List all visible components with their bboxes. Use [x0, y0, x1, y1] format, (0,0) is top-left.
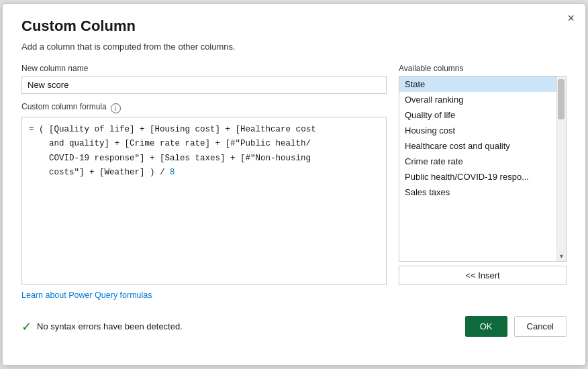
column-name-input[interactable]	[21, 76, 387, 94]
list-item[interactable]: Sales taxes	[399, 184, 566, 200]
left-panel: New column name Custom column formula i …	[21, 64, 387, 285]
formula-editor[interactable]: = ( [Quality of life] + [Housing cost] +…	[21, 117, 387, 285]
list-item[interactable]: Quality of life	[399, 107, 566, 123]
info-icon[interactable]: i	[111, 103, 121, 113]
scrollbar-thumb[interactable]	[558, 79, 565, 119]
content-area: New column name Custom column formula i …	[21, 64, 567, 285]
learn-link[interactable]: Learn about Power Query formulas	[21, 291, 152, 300]
list-item[interactable]: Crime rate rate	[399, 154, 566, 169]
syntax-message: No syntax errors have been detected.	[37, 321, 183, 331]
dialog-title: Custom Column	[21, 17, 567, 35]
bottom-bar: ✓ No syntax errors have been detected. O…	[21, 309, 567, 337]
ok-button[interactable]: OK	[465, 316, 507, 337]
check-icon: ✓	[21, 319, 32, 334]
list-item[interactable]: Public health/COVID-19 respo...	[399, 169, 566, 184]
close-button[interactable]: ×	[567, 12, 575, 24]
columns-list: State Overall ranking Quality of life Ho…	[399, 76, 566, 261]
list-item[interactable]: Healthcare cost and quality	[399, 138, 566, 154]
bottom-buttons: OK Cancel	[465, 316, 567, 337]
syntax-status: ✓ No syntax errors have been detected.	[21, 319, 183, 334]
custom-column-dialog: × Custom Column Add a column that is com…	[2, 3, 586, 366]
scrollbar-track: ▲ ▼	[556, 76, 566, 261]
list-item[interactable]: Overall ranking	[399, 92, 566, 107]
list-item[interactable]: Housing cost	[399, 123, 566, 138]
scroll-down-arrow[interactable]: ▼	[557, 252, 566, 261]
insert-button[interactable]: << Insert	[399, 266, 567, 285]
available-columns-label: Available columns	[399, 64, 567, 73]
right-panel: Available columns State Overall ranking …	[399, 64, 567, 285]
column-name-label: New column name	[21, 64, 387, 73]
dialog-subtitle: Add a column that is computed from the o…	[21, 42, 567, 52]
formula-label: Custom column formula	[21, 102, 107, 111]
cancel-button[interactable]: Cancel	[514, 316, 567, 337]
list-item[interactable]: State	[399, 76, 566, 92]
formula-label-row: Custom column formula i	[21, 102, 387, 114]
columns-list-wrap: State Overall ranking Quality of life Ho…	[399, 76, 567, 262]
